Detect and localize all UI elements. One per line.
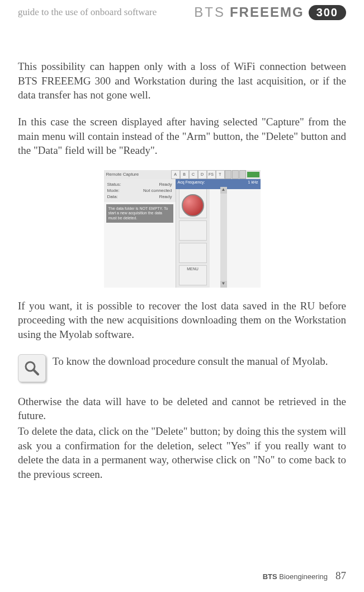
ss-tab: D: [198, 170, 207, 179]
ss-tab: FS: [207, 170, 216, 179]
ss-status-label: Status:: [107, 182, 121, 187]
ss-freq-bar: Acq Frequency: 1 kHz: [176, 179, 261, 189]
note-text: To know the download procedure consult t…: [53, 354, 328, 369]
ss-scroll-down-icon: ▼: [220, 281, 227, 288]
brand-bts: BTS: [194, 4, 225, 20]
ss-window-title: Remote Capture: [104, 172, 171, 177]
ss-status-icon: [232, 170, 239, 179]
ss-scroll-up-icon: ▲: [220, 187, 227, 194]
ss-freq-label: Acq Frequency:: [178, 180, 205, 188]
page-footer: BTS Bioengineering 87: [263, 570, 346, 582]
ss-mode-label: Mode:: [107, 188, 120, 193]
paragraph-3: If you want, it is possible to recover t…: [18, 299, 346, 342]
ss-status-icon: [225, 170, 231, 179]
ss-tab: A: [171, 170, 180, 179]
ss-tab: T: [216, 170, 225, 179]
ss-data-value: Ready: [159, 194, 172, 199]
svg-line-1: [34, 370, 38, 374]
guide-title: guide to the use of onboard software: [18, 7, 157, 18]
ss-freq-value: 1 kHz: [248, 180, 258, 188]
ss-data-label: Data:: [107, 194, 118, 199]
ss-status-table: Status: Ready Mode: Not connected Data: …: [104, 179, 176, 202]
page-number: 87: [335, 570, 346, 582]
paragraph-5: To delete the data, click on the "Delete…: [18, 424, 346, 482]
ss-battery-icon: [247, 172, 259, 177]
brand-block: BTS FREEEMG 300: [194, 4, 346, 20]
ss-blank-button-1: [179, 220, 207, 241]
magnifier-icon: [18, 354, 46, 382]
embedded-screenshot: Remote Capture A B C D FS T Acq Frequenc: [18, 170, 346, 288]
ss-mode-value: Not connected: [143, 188, 172, 193]
paragraph-2: In this case the screen displayed after …: [18, 115, 346, 158]
ss-status-value: Ready: [159, 182, 172, 187]
ss-status-icon: [239, 170, 246, 179]
ss-blank-button-2: [179, 243, 207, 263]
ss-tab: C: [189, 170, 198, 179]
ss-delete-red-icon: [182, 194, 204, 217]
note-callout: To know the download procedure consult t…: [18, 354, 346, 382]
ss-tab: B: [180, 170, 189, 179]
brand-badge-300: 300: [309, 5, 346, 20]
brand-freeemg: FREEEMG: [230, 4, 304, 20]
ss-menu-button: MENU: [179, 265, 207, 285]
ss-scrollbar: ▲ ▼: [220, 187, 227, 288]
ss-warning-message: The data folder is NOT EMPTY. To start a…: [106, 204, 173, 223]
footer-brand: BTS Bioengineering: [263, 572, 328, 581]
page-header: guide to the use of onboard software BTS…: [18, 4, 346, 20]
paragraph-4: Otherwise the data will have to be delet…: [18, 394, 346, 423]
paragraph-1: This possibility can happen only with a …: [18, 59, 346, 102]
